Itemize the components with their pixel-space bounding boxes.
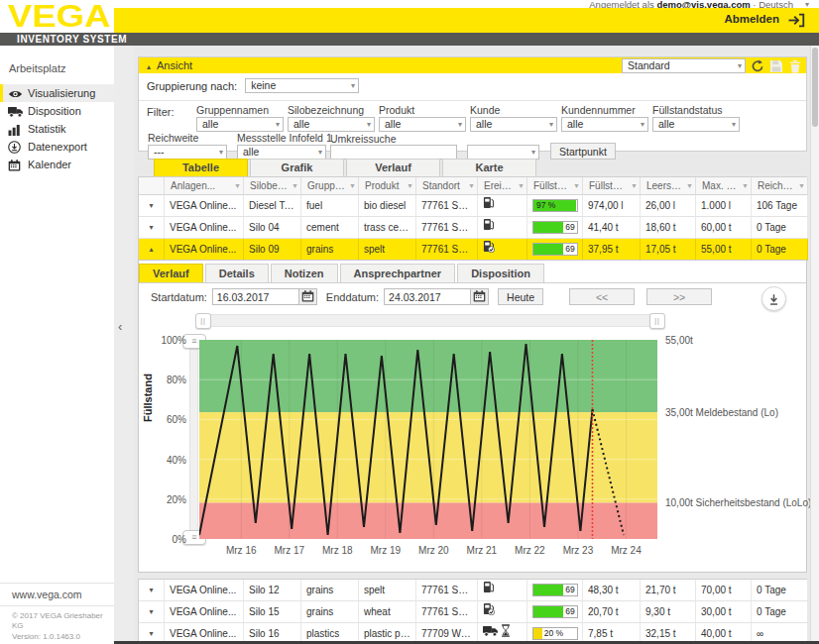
bar-chart-icon xyxy=(8,123,23,135)
collapse-sidebar-icon[interactable]: ‹ xyxy=(118,319,122,334)
sidebar-item-statistik[interactable]: Statistik xyxy=(0,120,114,138)
enddatum-calendar-icon[interactable] xyxy=(471,288,489,305)
cell-anlagenname: VEGA Online... xyxy=(165,239,244,261)
column-header[interactable]: Max. Fül...▼ xyxy=(696,177,752,195)
detail-tab-disposition[interactable]: Disposition xyxy=(457,264,544,282)
grouping-select[interactable]: keine xyxy=(245,78,359,93)
messstelle-select[interactable]: alle xyxy=(237,145,326,160)
cell-ereignis xyxy=(478,601,527,623)
detail-tab-details[interactable]: Details xyxy=(205,264,269,282)
x-axis-tick: Mrz 24 xyxy=(604,545,647,556)
detail-tab-verlauf[interactable]: Verlauf xyxy=(139,264,203,282)
x-axis-tick: Mrz 19 xyxy=(364,545,408,556)
row-expander[interactable]: ▾ xyxy=(139,601,165,623)
cell-anlagenname: VEGA Online... xyxy=(165,195,244,217)
row-expander[interactable]: ▾ xyxy=(139,217,165,239)
column-header[interactable]: Gruppen...▼ xyxy=(301,177,359,195)
column-header-expander[interactable] xyxy=(139,177,165,195)
cell-fuellstand-bar: 97 % xyxy=(527,195,583,217)
sidebar-item-datenexport[interactable]: Datenexport xyxy=(0,138,114,156)
column-header[interactable]: Ereignis▼ xyxy=(478,177,527,195)
cell-silobezeichnung: Diesel Tank xyxy=(244,195,301,217)
filter-select[interactable]: alle xyxy=(561,117,648,132)
time-range-slider[interactable]: || || xyxy=(196,314,664,327)
sort-icon: ▼ xyxy=(798,177,805,194)
filter-silobezeichnung: Silobezeichnungalle xyxy=(288,104,375,132)
tab-grafik[interactable]: Grafik xyxy=(250,159,344,176)
delete-icon[interactable] xyxy=(788,59,802,73)
column-header[interactable]: Produkt▼ xyxy=(359,177,416,195)
row-expander[interactable]: ▴ xyxy=(139,239,165,261)
cell-max-fuellstand: 1.000 l xyxy=(696,195,752,217)
scrollbar-thumb[interactable] xyxy=(812,48,818,127)
save-icon[interactable] xyxy=(769,59,783,73)
column-header[interactable]: Reichwe...▼ xyxy=(752,177,808,195)
x-axis-tick: Mrz 23 xyxy=(556,545,600,556)
collapse-panel-icon[interactable]: ▴ xyxy=(147,62,151,71)
silo-table-continued: ▾VEGA Online...Silo 12grainsspelt77761 S… xyxy=(138,579,807,644)
vega-website-link[interactable]: www.vega.com xyxy=(0,583,114,606)
range-handle-left[interactable]: || xyxy=(195,313,211,329)
tab-verlauf[interactable]: Verlauf xyxy=(346,159,440,176)
range-handle-right[interactable]: || xyxy=(649,313,665,329)
tab-tabelle[interactable]: Tabelle xyxy=(154,159,248,176)
level-range-slider[interactable]: ≡ ≡ xyxy=(189,340,198,539)
cell-ereignis xyxy=(478,195,527,217)
sidebar-item-visualisierung[interactable]: Visualisierung xyxy=(0,84,114,102)
tab-karte[interactable]: Karte xyxy=(442,159,536,176)
filter-select[interactable]: alle xyxy=(288,117,375,132)
next-period-button[interactable]: >> xyxy=(646,288,712,305)
sidebar-section-title: Arbeitsplatz xyxy=(0,46,114,84)
fill-level-chart xyxy=(199,340,657,539)
logout-icon[interactable] xyxy=(787,13,805,28)
main-content: ▴Ansicht Standard xyxy=(134,46,810,644)
previous-period-button[interactable]: << xyxy=(569,288,635,305)
threshold-label-ok: 55,00t xyxy=(665,335,693,346)
filter-select[interactable]: alle xyxy=(196,117,284,132)
ansicht-panel: ▴Ansicht Standard xyxy=(138,56,807,152)
cell-fuellstand: 41,40 t xyxy=(583,217,641,239)
y-axis-tick: 20% xyxy=(153,494,186,505)
x-axis-tick: Mrz 22 xyxy=(508,545,551,556)
heute-button[interactable]: Heute xyxy=(498,288,543,305)
column-header[interactable]: Füllstand▼ xyxy=(583,177,641,195)
sort-icon: ▼ xyxy=(573,177,580,194)
truck-icon xyxy=(8,105,23,117)
enddatum-input[interactable] xyxy=(384,288,471,305)
detail-tab-ansprechpartner[interactable]: Ansprechpartner xyxy=(340,264,456,282)
refresh-icon[interactable] xyxy=(751,59,764,73)
startpunkt-button[interactable]: Startpunkt xyxy=(550,143,616,160)
row-expander[interactable]: ▾ xyxy=(139,195,165,217)
umkreissuche-input[interactable] xyxy=(330,145,457,160)
sort-icon: ▼ xyxy=(686,177,693,194)
sidebar-footer: www.vega.com © 2017 VEGA Grieshaber KG V… xyxy=(0,583,114,642)
chart-download-button[interactable] xyxy=(761,286,786,311)
column-header[interactable]: Silobeze...▼ xyxy=(244,177,301,195)
detail-tab-notizen[interactable]: Notizen xyxy=(271,264,338,282)
filter-select[interactable]: alle xyxy=(470,117,557,132)
row-expander[interactable]: ▾ xyxy=(139,580,165,601)
startdatum-calendar-icon[interactable] xyxy=(299,288,317,305)
reichweite-select[interactable]: --- xyxy=(148,145,227,160)
detail-panel: VerlaufDetailsNotizenAnsprechpartnerDisp… xyxy=(138,260,807,573)
column-header[interactable]: Standort▼ xyxy=(416,177,478,195)
sort-icon: ▼ xyxy=(518,177,525,194)
sidebar: Arbeitsplatz VisualisierungDispositionSt… xyxy=(0,46,114,644)
logout-button[interactable]: Abmelden xyxy=(724,13,779,25)
sidebar-item-kalender[interactable]: Kalender xyxy=(0,156,114,173)
column-header[interactable]: Anlagen...▼ xyxy=(165,177,244,195)
column-header[interactable]: Füllstand...▼ xyxy=(527,177,583,195)
startpunkt-select[interactable] xyxy=(467,145,539,160)
x-axis-tick: Mrz 18 xyxy=(315,545,359,556)
filter-select[interactable]: alle xyxy=(379,117,466,132)
cell-ereignis xyxy=(478,580,527,601)
ansicht-panel-header[interactable]: ▴Ansicht Standard xyxy=(139,57,806,73)
filter-select[interactable]: alle xyxy=(652,117,740,132)
sidebar-item-disposition[interactable]: Disposition xyxy=(0,102,114,120)
y-axis-tick: 80% xyxy=(153,375,186,385)
filter-umkreissuche: Umkreissuche xyxy=(330,133,457,160)
startdatum-input[interactable] xyxy=(212,288,299,305)
column-header[interactable]: Leerstand▼ xyxy=(641,177,696,195)
preset-select[interactable]: Standard xyxy=(622,58,746,73)
fill-level-bar: 69 % xyxy=(532,243,578,256)
